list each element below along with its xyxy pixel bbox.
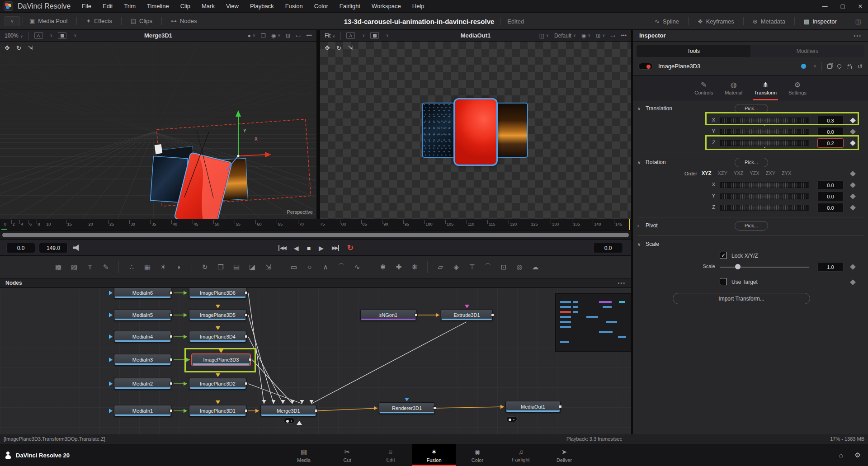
node-imageplane3d2[interactable]: ImagePlane3D2 [189, 378, 246, 390]
menu-fusion[interactable]: Fusion [285, 3, 303, 9]
matte-control-tool[interactable]: ◪ [246, 261, 258, 273]
channel-button[interactable] [58, 32, 66, 39]
menu-playback[interactable]: Playback [250, 3, 274, 9]
menu-mark[interactable]: Mark [202, 3, 215, 9]
order-zxy[interactable]: ZXY [766, 170, 775, 176]
nodes-menu-button[interactable]: ••• [618, 280, 626, 286]
viewer-menu-icon[interactable]: ••• [621, 33, 627, 39]
scale-slider-track[interactable] [720, 267, 809, 268]
menu-timeline[interactable]: Timeline [147, 3, 169, 9]
node-mediain1[interactable]: MediaIn1 [114, 405, 171, 417]
node-mediain6[interactable]: MediaIn6 [114, 288, 171, 299]
translation-x-slider[interactable] [720, 118, 809, 123]
node-mediain3[interactable]: MediaIn3 [114, 354, 171, 366]
rotation-z-slider[interactable] [720, 205, 809, 211]
left-viewer-zoom-select[interactable]: 100%∨ [5, 33, 23, 39]
scale-slider-thumb[interactable] [735, 264, 741, 269]
camera3d-tool[interactable]: ◎ [514, 261, 525, 273]
menu-trim[interactable]: Trim [124, 3, 136, 9]
gridwarp-tool[interactable]: ▦ [142, 261, 153, 273]
translation-x-value[interactable]: 0.3 [817, 116, 844, 125]
move-tool-icon[interactable]: ✥ [325, 44, 330, 52]
viewer-menu-icon[interactable]: ••• [306, 33, 312, 39]
use-target-keyframe-icon[interactable] [850, 279, 856, 285]
rotation-y-keyframe-icon[interactable] [850, 193, 856, 199]
media-pool-button[interactable]: ▣Media Pool [27, 15, 70, 27]
menu-color[interactable]: Color [314, 3, 328, 9]
wand-mask-tool[interactable]: ∿ [351, 261, 363, 273]
roi-icon[interactable]: ◫∨ [539, 33, 549, 39]
scale-keyframe-icon[interactable] [850, 264, 856, 270]
scale-tool-icon[interactable]: ⇲ [28, 44, 33, 52]
page-fusion[interactable]: ✶Fusion [412, 444, 456, 466]
maximize-button[interactable]: ▢ [840, 3, 845, 9]
pivot-pick-button[interactable]: Pick... [735, 221, 768, 231]
tab-tools[interactable]: Tools [637, 45, 750, 57]
node-sngon1[interactable]: sNGon1 [360, 309, 416, 321]
merge-tool[interactable]: ❐ [215, 261, 226, 273]
resize-tool[interactable]: ⇲ [262, 261, 274, 273]
play-forward-button[interactable]: ▶ [319, 245, 324, 252]
lut-select-button[interactable]: Default∨ [554, 33, 576, 39]
translation-y-value[interactable]: 0.0 [817, 127, 844, 137]
order-xzy[interactable]: XZY [717, 170, 727, 176]
close-button[interactable]: ✕ [858, 3, 863, 9]
clips-button[interactable]: ▤Clips [128, 15, 155, 27]
scale-value[interactable]: 1.0 [817, 262, 844, 272]
interface-toggle-button[interactable]: ∨ [5, 16, 20, 26]
lock-icon[interactable] [847, 66, 852, 69]
node-cache-badge[interactable] [506, 416, 517, 422]
x-axis-arrow[interactable] [238, 155, 267, 156]
bender3d-tool[interactable]: ⌒ [482, 261, 494, 273]
copy-settings-icon[interactable] [827, 64, 832, 69]
node-color-dot[interactable] [801, 64, 806, 69]
playhead[interactable] [629, 219, 630, 231]
keyframes-button[interactable]: ❖Keyframes [695, 15, 737, 27]
frame-format-icon[interactable]: ▭ [296, 33, 301, 39]
node-cache-badge[interactable] [284, 418, 295, 424]
frame-format-icon[interactable]: ▭ [610, 33, 615, 39]
renderer3d-tool[interactable]: ☁ [529, 261, 541, 273]
page-media[interactable]: ▦Media [282, 444, 326, 466]
stop-button[interactable]: ■ [307, 245, 311, 252]
rotation-x-slider[interactable] [720, 182, 809, 188]
rotate-tool-icon[interactable]: ↻ [16, 44, 22, 52]
translation-y-keyframe-icon[interactable] [850, 129, 856, 135]
collapse-icon[interactable]: ∨ [637, 160, 646, 165]
rotation-y-value[interactable]: 0.0 [817, 192, 844, 201]
order-yzx[interactable]: YZX [750, 170, 759, 176]
lock-xyz-checkbox[interactable]: ✓ [720, 252, 727, 259]
blur-tool[interactable]: ◗ [173, 261, 185, 273]
menu-app[interactable]: DaVinci Resolve [18, 2, 71, 10]
node-extrude3d1[interactable]: Extrude3D1 [441, 309, 493, 321]
rotation-x-keyframe-icon[interactable] [850, 182, 856, 188]
buffer-a-button[interactable]: A [34, 32, 43, 39]
color-controls-icon[interactable]: ◉∨ [271, 33, 280, 39]
viewer-divider[interactable] [316, 42, 320, 219]
rectangle-mask-tool[interactable]: ▭ [288, 261, 300, 273]
collapse-icon[interactable]: ∨ [637, 242, 646, 247]
cube3d-tool[interactable]: ⊡ [498, 261, 509, 273]
order-keyframe-icon[interactable] [850, 171, 856, 177]
menu-file[interactable]: File [82, 3, 91, 9]
translation-pick-button[interactable]: Pick... [735, 104, 768, 113]
order-yxz[interactable]: YXZ [734, 170, 743, 176]
fastnoise-tool[interactable]: ▨ [68, 261, 80, 273]
translation-z-keyframe-icon[interactable] [850, 140, 856, 146]
expand-icon[interactable]: › [637, 223, 646, 228]
menu-edit[interactable]: Edit [103, 3, 113, 9]
subtab-transform[interactable]: ⋔Transform [754, 78, 777, 99]
textplus-tool[interactable]: T [84, 261, 96, 273]
node-mediain4[interactable]: MediaIn4 [114, 331, 171, 343]
subtab-settings[interactable]: ⚙Settings [788, 78, 807, 99]
go-to-start-button[interactable]: ◀◀ [278, 245, 286, 251]
subtab-material[interactable]: ◍Material [725, 78, 742, 99]
menu-clip[interactable]: Clip [180, 3, 190, 9]
panel-layout-button[interactable]: ◫ [853, 15, 863, 27]
order-zyx[interactable]: ZYX [782, 170, 791, 176]
app-logo-icon[interactable] [4, 1, 13, 11]
menu-fairlight[interactable]: Fairlight [340, 3, 360, 9]
imageplane3d-tool[interactable]: ▱ [434, 261, 446, 273]
pemitter-tool[interactable]: ✱ [377, 261, 389, 273]
ellipse-mask-tool[interactable]: ○ [304, 261, 316, 273]
